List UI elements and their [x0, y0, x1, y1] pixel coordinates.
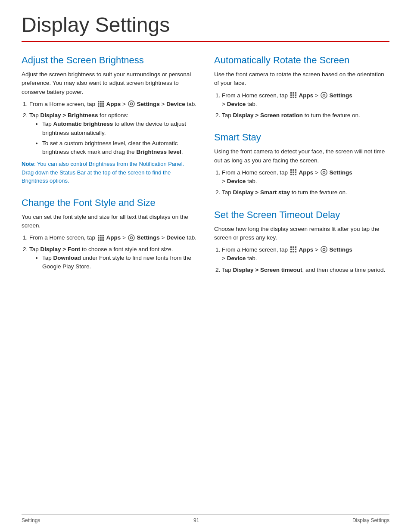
font-step-1: From a Home screen, tap — [29, 233, 197, 242]
svg-rect-46 — [295, 246, 296, 248]
svg-rect-13 — [102, 235, 104, 236]
svg-rect-51 — [293, 251, 294, 253]
svg-rect-35 — [295, 169, 296, 171]
timeout-intro: Choose how long the display screen remai… — [214, 225, 389, 243]
left-column: Adjust the Screen Brightness Adjust the … — [22, 55, 197, 278]
svg-rect-7 — [100, 106, 102, 107]
svg-rect-15 — [100, 237, 102, 239]
brightness-steps: From a Home screen, tap — [29, 100, 197, 157]
apps-icon-5 — [290, 246, 297, 253]
smart-stay-step-2: Tap Display > Smart stay to turn the fea… — [222, 188, 389, 197]
footer-center: 91 — [193, 517, 199, 523]
font-bullet-1: Tap Download under Font style to find ne… — [42, 254, 197, 271]
svg-rect-25 — [290, 94, 292, 96]
svg-rect-24 — [295, 92, 296, 94]
svg-rect-44 — [290, 246, 292, 248]
brightness-step-1: From a Home screen, tap — [29, 100, 197, 109]
timeout-step-1: From a Home screen, tap — [222, 246, 389, 263]
svg-rect-41 — [295, 174, 296, 176]
apps-icon-4 — [290, 169, 297, 176]
svg-rect-52 — [295, 251, 296, 253]
svg-rect-4 — [100, 103, 102, 105]
settings-icon-3 — [321, 92, 327, 99]
svg-rect-36 — [290, 171, 292, 173]
svg-rect-12 — [100, 235, 102, 236]
two-column-layout: Adjust the Screen Brightness Adjust the … — [22, 55, 389, 278]
svg-rect-45 — [293, 246, 294, 248]
brightness-bullet-1: Tap Automatic brightness to allow the de… — [42, 120, 197, 137]
font-intro: You can set the font style and size for … — [22, 213, 197, 230]
section-title-font: Change the Font Style and Size — [22, 197, 197, 208]
svg-rect-50 — [290, 251, 292, 253]
svg-rect-11 — [98, 235, 100, 236]
svg-point-43 — [323, 171, 325, 174]
svg-rect-22 — [290, 92, 292, 94]
svg-rect-19 — [102, 239, 104, 241]
smart-stay-step-1: From a Home screen, tap — [222, 168, 389, 186]
svg-rect-27 — [295, 94, 296, 96]
settings-icon-4 — [321, 169, 327, 176]
page-footer: Settings 91 Display Settings — [22, 514, 389, 523]
brightness-intro: Adjust the screen brightness to suit you… — [22, 70, 197, 96]
section-title-brightness: Adjust the Screen Brightness — [22, 55, 197, 66]
device-label: Device — [166, 101, 185, 107]
font-bullets: Tap Download under Font style to find ne… — [42, 254, 197, 271]
settings-icon-5 — [321, 246, 327, 253]
svg-rect-3 — [98, 103, 100, 105]
svg-point-54 — [323, 249, 325, 251]
svg-rect-16 — [102, 237, 104, 239]
svg-rect-23 — [293, 92, 294, 94]
brightness-bullet-2: To set a custom brightness level, clear … — [42, 139, 197, 157]
svg-rect-38 — [295, 171, 296, 173]
font-steps: From a Home screen, tap — [29, 233, 197, 271]
svg-rect-48 — [293, 249, 294, 251]
svg-rect-8 — [102, 106, 104, 107]
right-column: Automatically Rotate the Screen Use the … — [214, 55, 389, 278]
svg-rect-40 — [293, 174, 294, 176]
svg-rect-30 — [295, 96, 296, 98]
smart-stay-intro: Using the front camera to detect your fa… — [214, 147, 389, 165]
svg-rect-0 — [98, 101, 100, 103]
svg-rect-5 — [102, 103, 104, 105]
svg-rect-1 — [100, 101, 102, 103]
svg-rect-2 — [102, 101, 104, 103]
svg-point-20 — [128, 235, 134, 241]
svg-rect-39 — [290, 174, 292, 176]
svg-point-10 — [130, 103, 132, 105]
svg-point-32 — [323, 94, 325, 96]
rotate-step-2: Tap Display > Screen rotation to turn th… — [222, 111, 389, 120]
svg-point-9 — [128, 101, 134, 107]
svg-rect-18 — [100, 239, 102, 241]
svg-point-21 — [130, 236, 132, 239]
font-step-2: Tap Display > Font to choose a font styl… — [29, 245, 197, 271]
rotate-step-1: From a Home screen, tap — [222, 91, 389, 109]
svg-rect-47 — [290, 249, 292, 251]
apps-icon-2 — [97, 234, 104, 241]
footer-right: Display Settings — [352, 517, 389, 523]
svg-rect-49 — [295, 249, 296, 251]
page-content: Display Settings Adjust the Screen Brigh… — [0, 0, 411, 304]
settings-label: Settings — [137, 101, 159, 107]
settings-icon-2 — [128, 234, 135, 241]
svg-point-42 — [321, 169, 327, 175]
svg-rect-26 — [293, 94, 294, 96]
svg-point-53 — [321, 246, 327, 252]
timeout-steps: From a Home screen, tap — [222, 246, 389, 274]
svg-rect-34 — [293, 169, 294, 171]
apps-icon-3 — [290, 92, 297, 99]
section-title-rotate: Automatically Rotate the Screen — [214, 55, 389, 66]
svg-point-31 — [321, 92, 327, 98]
rotate-steps: From a Home screen, tap — [222, 91, 389, 120]
svg-rect-6 — [98, 106, 100, 107]
section-title-timeout: Set the Screen Timeout Delay — [214, 209, 389, 221]
smart-stay-steps: From a Home screen, tap — [222, 168, 389, 197]
section-title-smart-stay: Smart Stay — [214, 132, 389, 143]
svg-rect-29 — [293, 96, 294, 98]
settings-icon — [128, 100, 135, 107]
page-title: Display Settings — [22, 13, 389, 42]
svg-rect-17 — [98, 239, 100, 241]
apps-icon — [97, 100, 104, 107]
brightness-step-2: Tap Display > Brightness for options: Ta… — [29, 111, 197, 156]
rotate-intro: Use the front camera to rotate the scree… — [214, 70, 389, 88]
timeout-step-2: Tap Display > Screen timeout, and then c… — [222, 266, 389, 274]
